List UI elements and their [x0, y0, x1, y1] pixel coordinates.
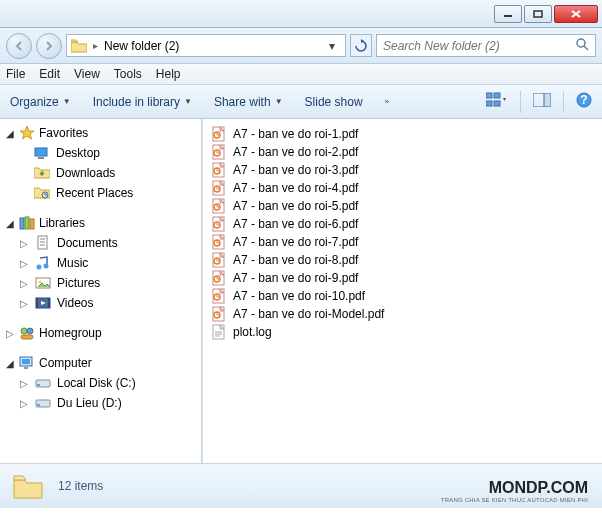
svg-rect-33 [21, 335, 33, 339]
menu-file[interactable]: File [6, 67, 25, 81]
expand-icon[interactable]: ▷ [18, 258, 29, 269]
svg-rect-36 [24, 367, 28, 369]
view-options-button[interactable] [486, 92, 508, 111]
pdf-file-icon [211, 198, 227, 214]
music-icon [35, 255, 51, 271]
address-bar: ▸ New folder (2) ▾ [0, 28, 602, 64]
toolbar-overflow-icon[interactable]: » [385, 97, 389, 106]
minimize-button[interactable] [494, 5, 522, 23]
organize-button[interactable]: Organize▼ [10, 95, 71, 109]
nav-computer[interactable]: ◢ Computer [4, 353, 202, 373]
nav-item[interactable]: ▷Music [4, 253, 202, 273]
expand-icon[interactable]: ▷ [4, 328, 15, 339]
collapse-icon[interactable]: ◢ [4, 218, 15, 229]
nav-item-label: Videos [57, 296, 93, 310]
search-input[interactable] [383, 39, 575, 53]
nav-item[interactable]: ▷Local Disk (C:) [4, 373, 202, 393]
nav-libraries[interactable]: ◢ Libraries [4, 213, 202, 233]
nav-item-label: Desktop [56, 146, 100, 160]
svg-point-24 [37, 265, 42, 270]
menu-edit[interactable]: Edit [39, 67, 60, 81]
nav-item[interactable]: ▷Pictures [4, 273, 202, 293]
svg-point-32 [27, 328, 33, 334]
search-field[interactable] [376, 34, 596, 57]
svg-rect-6 [486, 93, 492, 98]
nav-item-label: Documents [57, 236, 118, 250]
expand-icon[interactable]: ▷ [18, 398, 29, 409]
file-list[interactable]: A7 - ban ve do roi-1.pdfA7 - ban ve do r… [203, 119, 602, 463]
file-name: A7 - ban ve do roi-7.pdf [233, 235, 358, 249]
navigation-pane: ◢ Favorites DesktopDownloadsRecent Place… [0, 119, 203, 463]
file-item[interactable]: A7 - ban ve do roi-10.pdf [211, 287, 594, 305]
menu-tools[interactable]: Tools [114, 67, 142, 81]
address-dropdown-icon[interactable]: ▾ [323, 39, 341, 53]
maximize-button[interactable] [524, 5, 552, 23]
expand-icon[interactable]: ▷ [18, 238, 29, 249]
svg-rect-1 [534, 11, 542, 17]
close-button[interactable] [554, 5, 598, 23]
expand-icon[interactable]: ▷ [18, 298, 29, 309]
file-item[interactable]: A7 - ban ve do roi-9.pdf [211, 269, 594, 287]
svg-rect-11 [544, 93, 551, 107]
collapse-icon[interactable]: ◢ [4, 358, 15, 369]
nav-item-label: Du Lieu (D:) [57, 396, 122, 410]
nav-label: Homegroup [39, 326, 102, 340]
chevron-right-icon: ▸ [93, 40, 98, 51]
recent-icon [34, 185, 50, 201]
titlebar [0, 0, 602, 28]
nav-item[interactable]: Desktop [4, 143, 202, 163]
include-library-button[interactable]: Include in library▼ [93, 95, 192, 109]
file-item[interactable]: A7 - ban ve do roi-3.pdf [211, 161, 594, 179]
file-item[interactable]: A7 - ban ve do roi-Model.pdf [211, 305, 594, 323]
nav-item[interactable]: Recent Places [4, 183, 202, 203]
svg-rect-38 [37, 384, 40, 386]
expand-icon[interactable]: ▷ [18, 378, 29, 389]
nav-item[interactable]: ▷Documents [4, 233, 202, 253]
nav-item[interactable]: ▷Videos [4, 293, 202, 313]
share-with-button[interactable]: Share with▼ [214, 95, 283, 109]
pdf-file-icon [211, 144, 227, 160]
nav-item-label: Local Disk (C:) [57, 376, 136, 390]
svg-rect-8 [486, 101, 492, 106]
help-button[interactable]: ? [576, 92, 592, 111]
pictures-icon [35, 275, 51, 291]
refresh-button[interactable] [350, 34, 372, 57]
menu-help[interactable]: Help [156, 67, 181, 81]
nav-item[interactable]: ▷Du Lieu (D:) [4, 393, 202, 413]
file-name: A7 - ban ve do roi-3.pdf [233, 163, 358, 177]
file-item[interactable]: A7 - ban ve do roi-7.pdf [211, 233, 594, 251]
nav-item[interactable]: Downloads [4, 163, 202, 183]
file-item[interactable]: A7 - ban ve do roi-8.pdf [211, 251, 594, 269]
search-icon[interactable] [575, 37, 589, 54]
expand-icon[interactable]: ▷ [18, 278, 29, 289]
back-button[interactable] [6, 33, 32, 59]
documents-icon [35, 235, 51, 251]
file-item[interactable]: A7 - ban ve do roi-6.pdf [211, 215, 594, 233]
libraries-icon [19, 215, 35, 231]
file-item[interactable]: A7 - ban ve do roi-2.pdf [211, 143, 594, 161]
pdf-file-icon [211, 270, 227, 286]
file-name: plot.log [233, 325, 272, 339]
slideshow-button[interactable]: Slide show [305, 95, 363, 109]
toolbar: Organize▼ Include in library▼ Share with… [0, 85, 602, 119]
breadcrumb[interactable]: ▸ New folder (2) ▾ [66, 34, 346, 57]
svg-rect-30 [48, 298, 50, 308]
nav-homegroup[interactable]: ▷ Homegroup [4, 323, 202, 343]
nav-item-label: Music [57, 256, 88, 270]
nav-favorites[interactable]: ◢ Favorites [4, 123, 202, 143]
preview-pane-button[interactable] [533, 93, 551, 110]
file-item[interactable]: A7 - ban ve do roi-5.pdf [211, 197, 594, 215]
file-name: A7 - ban ve do roi-5.pdf [233, 199, 358, 213]
file-item[interactable]: plot.log [211, 323, 594, 341]
svg-rect-17 [20, 218, 24, 229]
forward-button[interactable] [36, 33, 62, 59]
breadcrumb-folder[interactable]: New folder (2) [104, 39, 179, 53]
computer-icon [19, 355, 35, 371]
svg-rect-15 [38, 157, 44, 159]
file-item[interactable]: A7 - ban ve do roi-4.pdf [211, 179, 594, 197]
file-item[interactable]: A7 - ban ve do roi-1.pdf [211, 125, 594, 143]
pdf-file-icon [211, 252, 227, 268]
collapse-icon[interactable]: ◢ [4, 128, 15, 139]
homegroup-icon [19, 325, 35, 341]
menu-view[interactable]: View [74, 67, 100, 81]
